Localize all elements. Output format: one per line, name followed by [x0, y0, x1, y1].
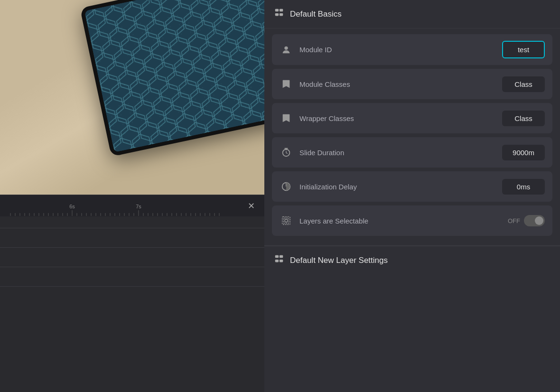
bookmark-icon-1	[280, 77, 293, 91]
layers-selectable-row: Layers are Selectable OFF	[272, 205, 552, 236]
person-icon	[280, 43, 293, 56]
right-panel: Default Basics Module ID test Module Cla…	[264, 0, 560, 392]
timeline-ruler: 6s 7s ✕	[0, 195, 264, 216]
svg-rect-64	[280, 255, 283, 258]
preview-area	[0, 0, 264, 195]
slide-duration-value[interactable]: 9000m	[502, 145, 545, 160]
wrapper-classes-row: Wrapper Classes Class	[272, 103, 552, 133]
module-id-value[interactable]: test	[502, 41, 545, 58]
svg-rect-53	[280, 9, 283, 12]
close-button[interactable]: ✕	[243, 198, 259, 214]
default-basics-title: Default Basics	[290, 9, 342, 19]
wrapper-classes-value[interactable]: Class	[502, 111, 545, 126]
timer-icon	[280, 146, 293, 159]
honeycomb-pattern	[84, 0, 264, 152]
layers-selectable-toggle[interactable]	[524, 215, 545, 226]
svg-rect-65	[275, 260, 279, 262]
bookmark-icon-2	[280, 112, 293, 125]
module-classes-label: Module Classes	[299, 80, 495, 88]
svg-text:7s: 7s	[136, 204, 141, 209]
module-id-label: Module ID	[299, 46, 495, 54]
module-classes-value[interactable]: Class	[502, 76, 545, 92]
tablet-screen	[84, 0, 264, 152]
svg-point-56	[284, 46, 288, 49]
toggle-off-label: OFF	[508, 217, 520, 224]
svg-rect-4	[84, 0, 264, 152]
module-id-row: Module ID test	[272, 34, 552, 65]
slide-duration-row: Slide Duration 9000m	[272, 137, 552, 168]
clock-half-icon	[280, 180, 293, 193]
ruler-content: 6s 7s	[6, 195, 243, 216]
default-new-layer-title: Default New Layer Settings	[290, 256, 388, 265]
svg-rect-66	[280, 260, 283, 262]
settings-area: Module ID test Module Classes Class Wrap…	[264, 28, 560, 242]
initialization-delay-label: Initialization Delay	[299, 183, 495, 191]
initialization-delay-value[interactable]: 0ms	[502, 179, 545, 195]
wrapper-classes-label: Wrapper Classes	[299, 114, 495, 122]
default-basics-icon	[274, 8, 284, 20]
module-classes-row: Module Classes Class	[272, 69, 552, 99]
svg-rect-52	[275, 9, 279, 12]
svg-rect-54	[275, 13, 279, 16]
svg-rect-62	[285, 219, 288, 222]
layers-selectable-label: Layers are Selectable	[299, 217, 501, 225]
svg-text:6s: 6s	[69, 204, 75, 209]
toggle-knob	[535, 216, 543, 225]
initialization-delay-row: Initialization Delay 0ms	[272, 171, 552, 202]
default-new-layer-icon	[274, 254, 284, 267]
svg-point-58	[286, 149, 287, 150]
left-panel: 6s 7s ✕	[0, 0, 264, 392]
toggle-container: OFF	[508, 215, 545, 226]
default-basics-header: Default Basics	[264, 0, 560, 28]
default-new-layer-header: Default New Layer Settings	[264, 245, 560, 274]
svg-rect-55	[280, 13, 283, 16]
svg-rect-61	[284, 218, 289, 224]
svg-rect-63	[275, 255, 279, 258]
layers-icon	[280, 214, 293, 227]
timeline-area: 6s 7s ✕	[0, 195, 264, 392]
slide-duration-label: Slide Duration	[299, 149, 495, 157]
